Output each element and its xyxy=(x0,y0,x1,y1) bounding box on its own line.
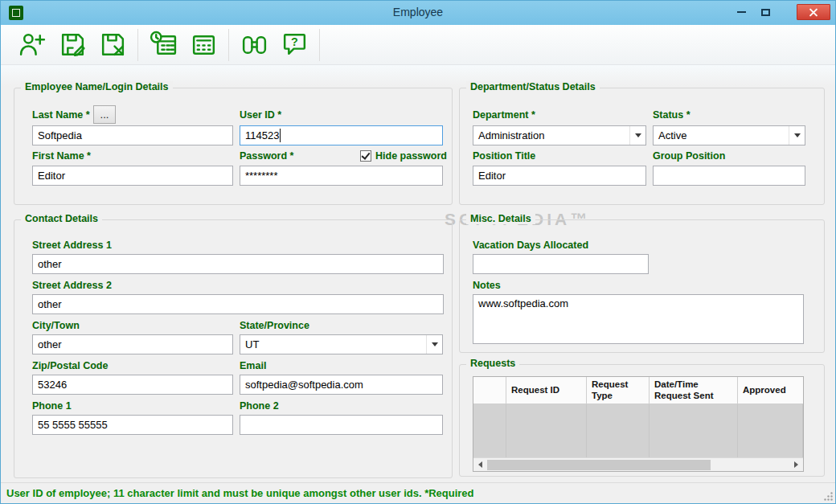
table-empty-col xyxy=(587,404,650,457)
group-contact-details: Contact Details Street Address 1 Street … xyxy=(14,219,453,478)
col-header-request-type[interactable]: Request Type xyxy=(587,377,650,404)
minimize-icon xyxy=(737,11,746,13)
chevron-down-icon xyxy=(426,335,442,354)
status-selected-value: Active xyxy=(658,129,686,141)
group-misc-details: Misc. Details Vacation Days Allocated No… xyxy=(459,219,825,353)
minimize-button[interactable] xyxy=(729,4,753,20)
password-input[interactable] xyxy=(240,166,443,186)
status-select[interactable]: Active xyxy=(653,125,805,145)
city-label: City/Town xyxy=(32,320,80,331)
toolbar: ? xyxy=(1,25,835,65)
col-header-row-selector xyxy=(473,377,506,404)
group-title: Department/Status Details xyxy=(466,81,600,92)
col-header-date-time[interactable]: Date/Time Request Sent xyxy=(650,377,738,404)
hide-password-label: Hide password xyxy=(375,150,447,162)
requests-table: Request ID Request Type Date/Time Reques… xyxy=(473,376,804,472)
department-select[interactable]: Administration xyxy=(473,125,646,145)
col-header-request-id[interactable]: Request ID xyxy=(506,377,587,404)
table-empty-col xyxy=(738,404,803,457)
toolbar-separator xyxy=(319,29,320,61)
street1-input[interactable] xyxy=(32,254,444,274)
group-title: Misc. Details xyxy=(466,213,535,224)
requests-table-header: Request ID Request Type Date/Time Reques… xyxy=(473,377,803,404)
table-empty-col xyxy=(650,404,738,457)
delete-employee-button[interactable] xyxy=(92,27,133,64)
vacation-input[interactable] xyxy=(473,254,649,274)
user-id-input[interactable] xyxy=(240,125,443,145)
group-requests: Requests Request ID Request Type Date/Ti… xyxy=(459,364,825,477)
chevron-down-icon xyxy=(789,126,805,145)
phone1-label: Phone 1 xyxy=(32,400,72,412)
phone2-input[interactable] xyxy=(240,415,443,435)
group-title: Requests xyxy=(466,358,519,369)
group-position-label: Group Position xyxy=(653,150,725,162)
street1-label: Street Address 1 xyxy=(32,240,112,251)
svg-text:?: ? xyxy=(291,35,298,48)
state-select[interactable]: UT xyxy=(240,334,443,354)
state-label: State/Province xyxy=(240,320,309,331)
email-input[interactable] xyxy=(240,375,443,395)
find-button[interactable] xyxy=(234,27,274,64)
caption-buttons xyxy=(729,4,830,20)
table-empty-col xyxy=(473,404,506,457)
maximize-button[interactable] xyxy=(753,4,777,20)
content-area: SOFTPEDIA™ Employee Name/Login Details L… xyxy=(1,65,835,482)
phone1-input[interactable] xyxy=(32,415,233,435)
triangle-left-icon xyxy=(478,461,482,468)
department-label: Department * xyxy=(473,109,535,121)
department-selected-value: Administration xyxy=(478,129,544,141)
group-position-input[interactable] xyxy=(653,166,805,186)
person-plus-icon xyxy=(18,30,47,59)
zip-input[interactable] xyxy=(32,375,233,395)
requests-table-body xyxy=(473,404,803,457)
calculator-icon xyxy=(189,30,219,59)
status-bar: User ID of employee; 11 character limit … xyxy=(1,482,835,503)
save-edit-icon xyxy=(58,30,88,59)
first-name-input[interactable] xyxy=(32,166,233,186)
zip-label: Zip/Postal Code xyxy=(32,360,108,371)
vacation-label: Vacation Days Allocated xyxy=(473,240,588,251)
scrollbar-thumb[interactable] xyxy=(487,460,711,470)
save-delete-icon xyxy=(98,30,128,59)
hide-password-checkbox[interactable]: Hide password xyxy=(360,150,447,162)
close-icon xyxy=(809,7,819,18)
notes-label: Notes xyxy=(473,280,501,291)
resize-grip[interactable] xyxy=(823,491,834,502)
calendar-clock-icon xyxy=(149,30,178,59)
status-label: Status * xyxy=(653,109,691,121)
password-label: Password * xyxy=(240,150,293,162)
first-name-label: First Name * xyxy=(32,150,91,162)
text-caret xyxy=(280,129,281,142)
schedule-button[interactable] xyxy=(143,27,183,64)
browse-button[interactable]: ... xyxy=(93,105,116,124)
add-employee-button[interactable] xyxy=(12,27,52,64)
group-title: Employee Name/Login Details xyxy=(21,81,173,92)
group-title: Contact Details xyxy=(21,213,102,224)
scroll-right-arrow[interactable] xyxy=(789,458,803,472)
binoculars-icon xyxy=(240,30,269,59)
checkbox-checked-icon xyxy=(360,150,371,162)
street2-input[interactable] xyxy=(32,294,444,314)
employee-window: Employee xyxy=(0,0,836,504)
check-mark-icon xyxy=(361,150,370,160)
help-button[interactable]: ? xyxy=(274,27,314,64)
close-button[interactable] xyxy=(797,4,830,20)
user-id-label: User ID * xyxy=(240,109,281,121)
city-input[interactable] xyxy=(32,334,233,354)
state-selected-value: UT xyxy=(245,338,259,350)
scroll-left-arrow[interactable] xyxy=(473,458,487,472)
maximize-icon xyxy=(761,9,770,16)
toolbar-separator xyxy=(137,29,138,61)
position-title-input[interactable] xyxy=(473,166,646,186)
calculator-button[interactable] xyxy=(183,27,223,64)
save-employee-button[interactable] xyxy=(52,27,92,64)
street2-label: Street Address 2 xyxy=(32,280,112,291)
requests-h-scrollbar[interactable] xyxy=(473,457,803,471)
position-title-label: Position Title xyxy=(473,150,535,162)
col-header-approved[interactable]: Approved xyxy=(738,377,803,404)
table-empty-col xyxy=(506,404,587,457)
titlebar: Employee xyxy=(1,1,835,25)
notes-textarea[interactable]: www.softpedia.com xyxy=(473,294,804,344)
toolbar-separator xyxy=(228,29,229,61)
last-name-input[interactable] xyxy=(32,125,233,145)
